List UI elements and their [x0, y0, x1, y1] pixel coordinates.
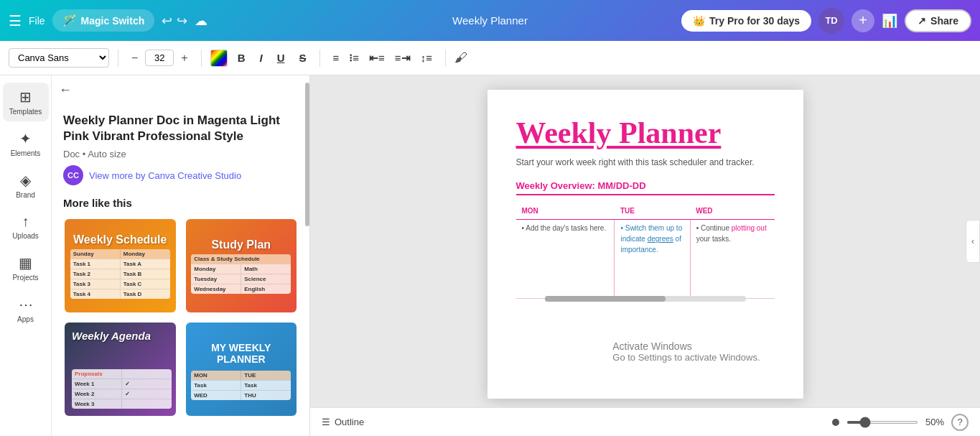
template-card-weekly-schedule[interactable]: Weekly Schedule SundayMonday Task 1Task …	[63, 218, 177, 314]
panel-scrollbar-thumb[interactable]	[305, 83, 309, 226]
divider-2	[201, 50, 202, 67]
main-layout: ⊞ Templates ✦ Elements ◈ Brand ↑ Uploads…	[0, 75, 980, 436]
format-toolbar: Canva Sans − + B I U S ≡ ⁝≡ ⇤≡ ≡⇥ ↕≡ 🖌	[0, 41, 980, 75]
tue-task-2: indicate degrees of	[620, 235, 683, 243]
doc-scrollbar-thumb[interactable]	[545, 296, 666, 302]
outline-button[interactable]: ☰ Outline	[322, 417, 364, 427]
templates-icon: ⊞	[19, 88, 32, 106]
line-height-button[interactable]: ↕≡	[416, 49, 437, 68]
zoom-dot-indicator	[832, 419, 839, 426]
template-thumb-weekly-schedule: Weekly Schedule SundayMonday Task 1Task …	[65, 219, 176, 312]
tue-task-3: importance.	[620, 246, 683, 254]
document-canvas: Weekly Planner Start your work week righ…	[487, 90, 803, 399]
template-card-weekly-agenda[interactable]: Weekly Agenda Proposals Week 1✓ Week 2✓ …	[63, 321, 177, 417]
doc-horizontal-scrollbar[interactable]	[545, 296, 746, 302]
magic-icon: 🪄	[62, 14, 77, 27]
add-account-button[interactable]: +	[851, 9, 874, 32]
table-row: • Add the day's tasks here. • Switch the…	[516, 220, 775, 299]
sidebar-item-templates[interactable]: ⊞ Templates	[3, 83, 49, 121]
divider-3	[319, 50, 320, 67]
document-section-header: Weekly Overview: MM/DD-DD	[516, 180, 775, 195]
increase-font-size-button[interactable]: +	[177, 50, 192, 66]
study-table-preview: Class & Study Schedule MondayMath Tuesda…	[191, 254, 291, 294]
text-color-swatch[interactable]	[210, 50, 228, 67]
brand-icon: ◈	[20, 172, 31, 189]
alignment-group: ≡ ⁝≡ ⇤≡ ≡⇥ ↕≡	[329, 49, 437, 68]
zoom-level-label: 50%	[925, 417, 944, 427]
col-header-mon: MON	[516, 203, 615, 220]
eyedropper-button[interactable]: 🖌	[454, 50, 467, 65]
font-size-input[interactable]	[145, 50, 174, 66]
magic-switch-button[interactable]: 🪄 Magic Switch	[52, 9, 155, 32]
weekly-overview-table: MON TUE WED • Add the day's tasks here. …	[516, 203, 775, 299]
wed-task-1: • Continue plotting out	[696, 224, 769, 232]
more-like-this-heading: More like this	[63, 197, 298, 209]
bold-button[interactable]: B	[233, 49, 250, 67]
cloud-save-button[interactable]: ☁	[195, 13, 207, 29]
decrease-font-size-button[interactable]: −	[127, 50, 142, 66]
author-avatar: CC	[63, 165, 83, 185]
templates-label: Templates	[9, 108, 42, 116]
hamburger-button[interactable]: ☰	[9, 12, 22, 29]
col-header-wed: WED	[690, 203, 774, 220]
strikethrough-button[interactable]: S	[295, 49, 311, 67]
template-thumb-study-plan: Study Plan Class & Study Schedule Monday…	[186, 219, 297, 312]
share-button[interactable]: ↗ Share	[905, 9, 971, 32]
wed-tasks-cell: • Continue plotting out your tasks.	[690, 220, 774, 299]
indent-decrease-button[interactable]: ⇤≡	[365, 49, 389, 68]
file-button[interactable]: File	[29, 15, 45, 27]
underline-button[interactable]: U	[273, 49, 289, 67]
elements-label: Elements	[11, 149, 41, 157]
document-subtitle: Start your work week right with this tas…	[516, 157, 775, 167]
planner-table-preview: MONTUE TaskTask WEDTHU	[191, 371, 291, 400]
wed-task-2: your tasks.	[696, 235, 769, 243]
uploads-label: Uploads	[12, 232, 39, 240]
bottom-bar: ☰ Outline 50% ?	[310, 407, 980, 436]
col-header-tue: TUE	[615, 203, 690, 220]
try-pro-button[interactable]: 👑 Try Pro for 30 days	[681, 10, 811, 32]
schedule-table-preview: SundayMonday Task 1Task A Task 2Task B T…	[70, 249, 170, 299]
template-card-study-plan[interactable]: Study Plan Class & Study Schedule Monday…	[185, 218, 299, 314]
zoom-slider[interactable]	[846, 421, 918, 424]
outline-icon: ☰	[322, 417, 330, 427]
font-family-select[interactable]: Canva Sans	[9, 48, 109, 68]
topbar-right: 👑 Try Pro for 30 days TD + 📊 ↗ Share	[681, 8, 971, 34]
crown-icon: 👑	[693, 15, 705, 27]
help-button[interactable]: ?	[951, 414, 969, 431]
canvas-scroll-area[interactable]: ‹ Weekly Planner Start your work week ri…	[310, 75, 980, 407]
bullet-list-button[interactable]: ⁝≡	[345, 49, 363, 68]
topbar: ☰ File 🪄 Magic Switch ↩ ↪ ☁ Weekly Plann…	[0, 0, 980, 41]
projects-label: Projects	[12, 274, 38, 282]
sidebar-item-uploads[interactable]: ↑ Uploads	[3, 208, 49, 246]
share-icon: ↗	[918, 15, 926, 27]
brand-label: Brand	[16, 191, 35, 199]
sidebar-item-apps[interactable]: ⋯ Apps	[3, 290, 49, 329]
template-thumb-my-weekly: MY WEEKLYPLANNER MONTUE TaskTask WEDTHU	[186, 323, 297, 416]
undo-redo-group: ↩ ↪	[162, 13, 187, 29]
template-card-my-weekly-planner[interactable]: MY WEEKLYPLANNER MONTUE TaskTask WEDTHU	[185, 321, 299, 417]
align-left-button[interactable]: ≡	[329, 49, 344, 68]
analytics-button[interactable]: 📊	[882, 13, 897, 29]
sidebar-item-elements[interactable]: ✦ Elements	[3, 124, 49, 163]
collapse-panel-handle[interactable]: ‹	[966, 220, 980, 263]
mon-tasks-cell: • Add the day's tasks here.	[516, 220, 615, 299]
redo-button[interactable]: ↪	[177, 13, 187, 29]
undo-button[interactable]: ↩	[162, 13, 172, 29]
author-link[interactable]: View more by Canva Creative Studio	[89, 170, 241, 181]
divider-4	[445, 50, 446, 67]
font-size-control: − +	[127, 50, 192, 66]
sidebar-item-brand[interactable]: ◈ Brand	[3, 166, 49, 205]
magic-switch-label: Magic Switch	[81, 15, 145, 27]
panel-author: CC View more by Canva Creative Studio	[63, 165, 298, 185]
template-thumb-weekly-agenda: Weekly Agenda Proposals Week 1✓ Week 2✓ …	[65, 323, 176, 416]
apps-icon: ⋯	[19, 296, 33, 313]
avatar: TD	[818, 8, 844, 34]
italic-button[interactable]: I	[256, 49, 267, 67]
sidebar-item-projects[interactable]: ▦ Projects	[3, 249, 49, 287]
panel-back-button[interactable]: ←	[59, 83, 72, 98]
canvas-area: ‹ Weekly Planner Start your work week ri…	[310, 75, 980, 436]
panel-meta: Doc • Auto size	[63, 149, 298, 159]
panel-title: Weekly Planner Doc in Magenta Light Pink…	[63, 113, 298, 144]
agenda-table-preview: Proposals Week 1✓ Week 2✓ Week 3	[72, 369, 172, 409]
indent-increase-button[interactable]: ≡⇥	[391, 49, 415, 68]
